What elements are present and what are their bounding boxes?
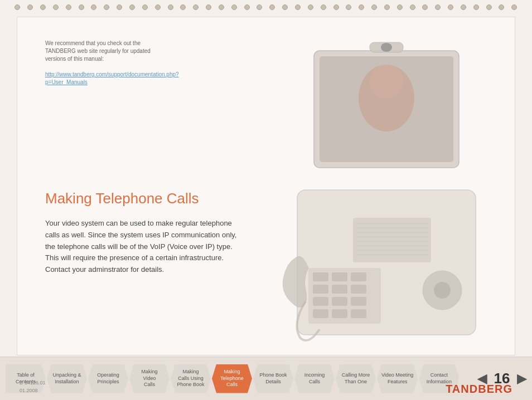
ring-hole [397,4,403,10]
next-page-button[interactable]: ▶ [517,372,526,386]
ring-hole [461,4,466,10]
ring-hole [219,4,224,10]
body-text: Your video system can be used to make re… [45,218,246,276]
svg-rect-17 [313,272,328,281]
nav-item-calling-more-than-one[interactable]: Calling More Than One [336,364,376,393]
ring-hole [384,4,390,10]
notice-text: We recommend that you check out the TAND… [45,40,151,62]
ring-hole [511,4,517,10]
ring-hole [435,4,441,10]
ring-hole [346,4,351,10]
svg-point-30 [434,282,451,299]
doc-date: 01.2008 [20,388,38,393]
doc-id: D 14126.01 [20,380,46,386]
nav-item-video-meeting-features[interactable]: Video Meeting Features [377,364,418,393]
ring-hole [295,4,301,10]
svg-rect-18 [332,272,347,281]
ring-hole [486,4,492,10]
ring-hole [91,4,96,10]
ring-hole [359,4,364,10]
ring-hole [117,4,122,10]
ring-hole [321,4,326,10]
ring-holes [0,4,532,10]
phone-image [264,34,498,352]
ring-hole [244,4,250,10]
ring-hole [206,4,211,10]
ring-hole [193,4,199,10]
ring-hole [79,4,84,10]
svg-rect-22 [351,285,366,294]
svg-rect-28 [351,309,366,318]
ring-hole [129,4,135,10]
ring-hole [499,4,504,10]
svg-point-4 [370,65,403,98]
svg-rect-21 [332,285,347,294]
ring-hole [168,4,173,10]
svg-point-6 [381,43,392,52]
ring-hole [371,4,377,10]
svg-rect-23 [313,297,328,306]
nav-item-making-telephone-calls[interactable]: Making Telephone Calls [212,364,252,393]
nav-item-unpacking-installation[interactable]: Unpacking & Installation [47,364,87,393]
nav-item-making-calls-phone-book[interactable]: Making Calls Using Phone Book [171,364,211,393]
phone-illustration [264,34,498,352]
page-title: Making Telephone Calls [45,190,199,207]
ring-hole [282,4,288,10]
ring-hole [231,4,237,10]
svg-rect-20 [313,285,328,294]
svg-rect-25 [351,297,366,306]
svg-rect-26 [313,309,328,318]
svg-rect-7 [353,218,431,262]
ring-hole [448,4,453,10]
nav-items: Table of Contents Unpacking & Installati… [6,364,472,393]
ring-hole [410,4,415,10]
svg-rect-19 [351,272,366,281]
ring-hole [422,4,428,10]
nav-item-operating-principles[interactable]: Operating Principles [88,364,128,393]
ring-hole [14,4,20,10]
doc-info: D 14126.01 01.2008 [20,379,46,394]
svg-rect-24 [332,297,347,306]
ring-hole [104,4,109,10]
ring-hole [53,4,59,10]
ring-hole [473,4,479,10]
top-notice: We recommend that you check out the TAND… [45,40,168,86]
nav-item-making-video-calls[interactable]: Making Video Calls [129,364,170,393]
ring-hole [155,4,161,10]
ring-hole [333,4,339,10]
ring-hole [66,4,71,10]
ring-hole [40,4,46,10]
svg-rect-27 [332,309,347,318]
notice-link[interactable]: http://www.tandberg.com/support/document… [45,71,179,85]
ring-hole [142,4,148,10]
page-content: We recommend that you check out the TAND… [17,17,515,355]
ring-hole [27,4,33,10]
nav-item-phone-book-details[interactable]: Phone Book Details [253,364,293,393]
ring-hole [257,4,262,10]
ring-hole [308,4,313,10]
nav-item-incoming-calls[interactable]: Incoming Calls [294,364,335,393]
ring-hole [269,4,275,10]
tandberg-logo: TANDBERG [446,383,512,396]
ring-hole [180,4,186,10]
